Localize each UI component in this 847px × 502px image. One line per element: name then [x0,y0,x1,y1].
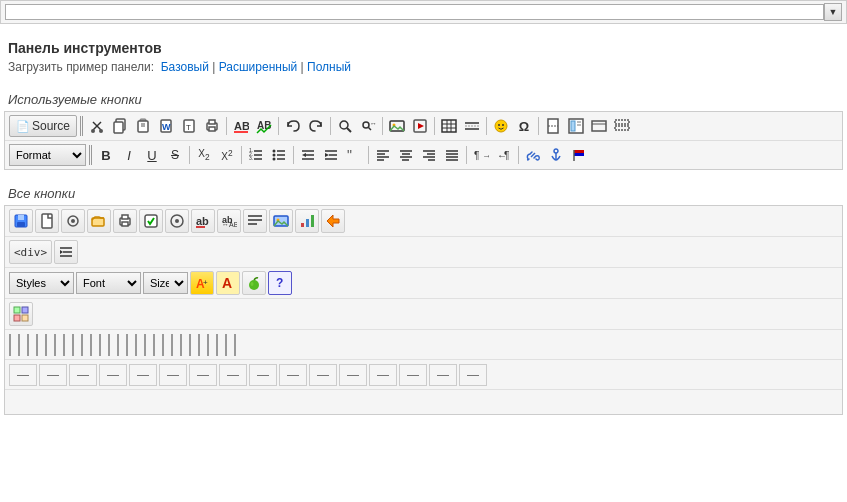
subscript-button[interactable]: X2 [193,144,215,166]
justify-button[interactable] [441,144,463,166]
smiley-button[interactable] [490,115,512,137]
redo-button[interactable] [305,115,327,137]
bold-button[interactable]: B [95,144,117,166]
ordered-list-button[interactable]: 1.2.3. [245,144,267,166]
help-tb[interactable]: ? [268,271,292,295]
replace-button[interactable]: ↔ [357,115,379,137]
ltr-button[interactable]: ¶→ [470,144,492,166]
paste-word-button[interactable]: W [155,115,177,137]
svg-text:→: → [482,150,489,161]
image-tb[interactable] [269,209,293,233]
pipe-sep-25 [225,334,233,356]
font-color-tb[interactable]: A+ [190,271,214,295]
embed-tb[interactable] [321,209,345,233]
load-full-link[interactable]: Полный [307,60,351,74]
blockquote-button[interactable]: " [343,144,365,166]
pipe-sep-22 [198,334,206,356]
align-center-button[interactable] [395,144,417,166]
pipe-sep-5 [45,334,53,356]
svg-point-129 [249,280,259,290]
font-select[interactable]: Font [76,272,141,294]
anchor-button[interactable] [545,144,567,166]
templates-button[interactable] [565,115,587,137]
format-select[interactable]: Format Heading 1 Heading 2 Normal [9,144,86,166]
list-tb[interactable] [243,209,267,233]
toggle-tb[interactable] [139,209,163,233]
pipe-sep-2 [18,334,26,356]
source-button[interactable]: 📄 Source [9,115,77,137]
svg-rect-118 [301,223,304,227]
pipe-sep-26 [234,334,242,356]
link-button[interactable] [522,144,544,166]
align-left-button[interactable] [372,144,394,166]
strike-button[interactable]: S [164,144,186,166]
flash-button[interactable] [409,115,431,137]
svg-point-37 [495,120,507,132]
svg-text:¶: ¶ [504,150,509,161]
table-button[interactable] [438,115,460,137]
find-tb[interactable]: ab [191,209,215,233]
scrollbar-arrow[interactable]: ▼ [824,3,842,21]
image-button[interactable] [386,115,408,137]
paste-button[interactable] [132,115,154,137]
italic-button[interactable]: I [118,144,140,166]
undo-button[interactable] [282,115,304,137]
svg-text:↔AB: ↔AB [222,221,237,228]
save-tb[interactable] [9,209,33,233]
div-tb[interactable]: <div> [9,240,52,264]
separator-3 [278,117,279,135]
hr-button[interactable] [461,115,483,137]
pipe-sep-1 [9,334,17,356]
svg-rect-105 [122,222,128,226]
size-select[interactable]: Size [143,272,188,294]
unordered-list-button[interactable] [268,144,290,166]
grid-tb[interactable] [9,302,33,326]
spellcheck2-button[interactable]: ABC [253,115,275,137]
pagebreak-button[interactable] [542,115,564,137]
circle-tb[interactable] [165,209,189,233]
maximize-button[interactable] [588,115,610,137]
indent-tb[interactable] [54,240,78,264]
align-right-button[interactable] [418,144,440,166]
rtl-button[interactable]: ←¶ [493,144,515,166]
svg-text:ab: ab [196,215,209,227]
show-blocks-button[interactable] [611,115,633,137]
load-extended-link[interactable]: Расширенный [219,60,298,74]
load-basic-link[interactable]: Базовый [161,60,209,74]
styles-select[interactable]: Styles [9,272,74,294]
outdent-button[interactable] [297,144,319,166]
svg-text:A: A [222,275,232,291]
copy-button[interactable] [109,115,131,137]
indent-button[interactable] [320,144,342,166]
open-tb[interactable] [87,209,111,233]
chart-tb[interactable] [295,209,319,233]
dash-sep-10: — [279,364,307,386]
print-tb[interactable] [113,209,137,233]
new-doc-tb[interactable] [35,209,59,233]
pipe-sep-17 [153,334,161,356]
svg-text:3.: 3. [249,155,253,161]
flag-button[interactable] [568,144,590,166]
dash-sep-4: — [99,364,127,386]
svg-text:": " [347,147,352,163]
find2-tb[interactable]: ab↔AB [217,209,241,233]
special-char-button[interactable]: Ω [513,115,535,137]
cut-button[interactable] [86,115,108,137]
svg-text:W: W [162,122,171,132]
separator-r2-7 [518,146,519,164]
preview-tb[interactable] [61,209,85,233]
spellcheck-button[interactable]: ABC [230,115,252,137]
find-button[interactable] [334,115,356,137]
big-font-color-tb[interactable]: A [216,271,240,295]
underline-button[interactable]: U [141,144,163,166]
apple-tb[interactable] [242,271,266,295]
pipe-sep-4 [36,334,44,356]
dash-sep-6: — [159,364,187,386]
pipe-sep-15 [135,334,143,356]
print-button[interactable] [201,115,223,137]
superscript-button[interactable]: X2 [216,144,238,166]
pipe-sep-3 [27,334,35,356]
paste-text-button[interactable]: T [178,115,200,137]
svg-point-38 [498,124,500,126]
separator-r2-5 [368,146,369,164]
